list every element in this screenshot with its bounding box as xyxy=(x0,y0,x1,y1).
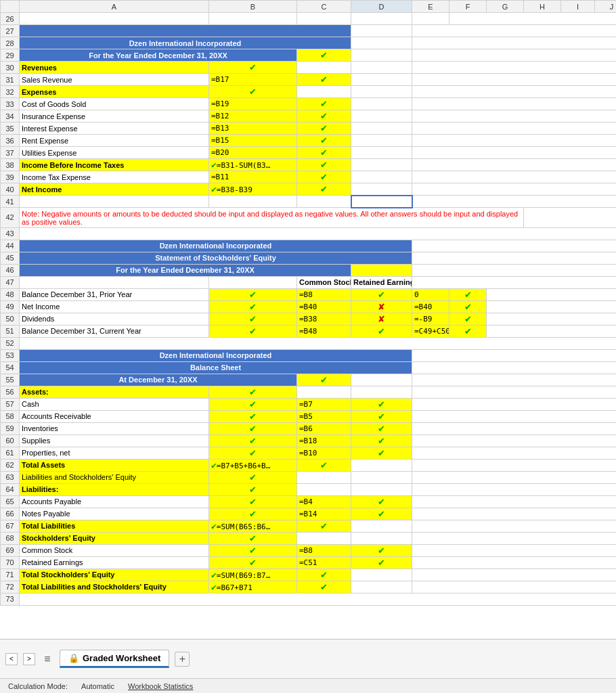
cell-48-check-b[interactable]: ✔ xyxy=(209,288,297,300)
cell-59-label[interactable]: Inventories xyxy=(20,422,209,434)
cell-34-label[interactable]: Insurance Expense xyxy=(20,110,209,122)
col-header-h[interactable]: H xyxy=(524,1,561,13)
tab-nav-prev[interactable]: < xyxy=(5,653,18,665)
cell-29-label[interactable]: For the Year Ended December 31, 20XX xyxy=(20,49,297,62)
cell-57-label[interactable]: Cash xyxy=(20,398,209,410)
cell-26-e[interactable] xyxy=(412,13,449,25)
cell-31-label[interactable]: Sales Revenue xyxy=(20,74,209,86)
cell-51-check-c[interactable]: ✔ xyxy=(351,325,412,337)
cell-31-check[interactable]: ✔ xyxy=(297,74,351,86)
cell-51-c[interactable]: =B48 xyxy=(297,325,351,337)
cell-30-check-b[interactable]: ✔ xyxy=(209,62,297,74)
cell-31-formula[interactable]: =B17 xyxy=(209,74,297,86)
cell-66-formula[interactable]: =B14 xyxy=(297,508,351,520)
cell-48-label[interactable]: Balance December 31, Prior Year xyxy=(20,288,209,300)
col-header-c[interactable]: C xyxy=(297,1,351,13)
cell-70-check-c[interactable]: ✔ xyxy=(351,556,412,568)
cell-48-check-c[interactable]: ✔ xyxy=(351,288,412,300)
cell-35-check[interactable]: ✔ xyxy=(297,122,351,135)
cell-59-check-b[interactable]: ✔ xyxy=(209,422,297,434)
cell-33-formula[interactable]: =B19 xyxy=(209,98,297,110)
cell-72-label[interactable]: Total Liabilities and Stockholders' Equi… xyxy=(20,581,209,593)
cell-34-formula[interactable]: =B12 xyxy=(209,110,297,122)
cell-37-label[interactable]: Utilities Expense xyxy=(20,147,209,159)
cell-39-label[interactable]: Income Tax Expense xyxy=(20,171,209,183)
cell-33-check[interactable]: ✔ xyxy=(297,98,351,110)
cell-50-d[interactable]: =-B9 xyxy=(412,313,449,325)
cell-60-check-b[interactable]: ✔ xyxy=(209,434,297,447)
cell-70-check-b[interactable]: ✔ xyxy=(209,556,297,568)
tab-nav-next[interactable]: > xyxy=(23,653,35,665)
cell-36-label[interactable]: Rent Expense xyxy=(20,135,209,147)
cell-48-check-d[interactable]: ✔ xyxy=(449,288,487,300)
cell-56-check[interactable]: ✔ xyxy=(209,386,297,398)
cell-38-formula[interactable]: ✔=B31-SUM(B3… xyxy=(209,159,297,171)
cell-28-header[interactable]: Dzen International Incorporated xyxy=(20,37,351,49)
cell-35-label[interactable]: Interest Expense xyxy=(20,122,209,135)
cell-70-label[interactable]: Retained Earnings xyxy=(20,556,209,568)
cell-37-formula[interactable]: =B20 xyxy=(209,147,297,159)
cell-61-label[interactable]: Properties, net xyxy=(20,447,209,459)
cell-40-label[interactable]: Net Income xyxy=(20,183,209,196)
cell-51-d[interactable]: =C49+C50 xyxy=(412,325,449,337)
cell-61-check-b[interactable]: ✔ xyxy=(209,447,297,459)
cell-33-label[interactable]: Cost of Goods Sold xyxy=(20,98,209,110)
col-header-d[interactable]: D xyxy=(351,1,412,13)
cell-62-formula[interactable]: ✔=B7+B5+B6+B… xyxy=(209,459,297,471)
cell-35-formula[interactable]: =B13 xyxy=(209,122,297,135)
cell-50-check-d[interactable]: ✔ xyxy=(449,313,487,325)
cell-64-label[interactable]: Liabilities: xyxy=(20,483,209,495)
cell-51-check-d[interactable]: ✔ xyxy=(449,325,487,337)
cell-34-check[interactable]: ✔ xyxy=(297,110,351,122)
cell-36-check[interactable]: ✔ xyxy=(297,135,351,147)
cell-32-label[interactable]: Expenses xyxy=(20,86,209,98)
cell-49-check-b[interactable]: ✔ xyxy=(209,300,297,313)
cell-58-label[interactable]: Accounts Receivable xyxy=(20,410,209,422)
cell-66-label[interactable]: Notes Payable xyxy=(20,508,209,520)
cell-62-label[interactable]: Total Assets xyxy=(20,459,209,471)
cell-71-check[interactable]: ✔ xyxy=(297,568,351,581)
cell-39-formula[interactable]: =B11 xyxy=(209,171,297,183)
cell-68-label[interactable]: Stockholders' Equity xyxy=(20,532,209,544)
cell-60-check-c[interactable]: ✔ xyxy=(351,434,412,447)
cell-51-label[interactable]: Balance December 31, Current Year xyxy=(20,325,209,337)
cell-58-formula[interactable]: =B5 xyxy=(297,410,351,422)
cell-30-label[interactable]: Revenues xyxy=(20,62,209,74)
cell-49-check-d[interactable]: ✔ xyxy=(449,300,487,313)
cell-36-formula[interactable]: =B15 xyxy=(209,135,297,147)
cell-49-d[interactable]: =B40 xyxy=(412,300,449,313)
cell-26-a[interactable] xyxy=(20,13,209,25)
cell-71-label[interactable]: Total Stockholders' Equity xyxy=(20,568,209,581)
col-header-b[interactable]: B xyxy=(209,1,297,13)
cell-57-check-c[interactable]: ✔ xyxy=(351,398,412,410)
cell-54-header[interactable]: Balance Sheet xyxy=(20,361,412,374)
cell-60-formula[interactable]: =B18 xyxy=(297,434,351,447)
cell-65-check-c[interactable]: ✔ xyxy=(351,495,412,508)
cell-50-c[interactable]: =B38 xyxy=(297,313,351,325)
cell-49-label[interactable]: Net Income xyxy=(20,300,209,313)
cell-65-label[interactable]: Accounts Payable xyxy=(20,495,209,508)
cell-26-b[interactable] xyxy=(209,13,297,25)
cell-69-label[interactable]: Common Stock xyxy=(20,544,209,556)
cell-70-formula[interactable]: =C51 xyxy=(297,556,351,568)
cell-46-label[interactable]: For the Year Ended December 31, 20XX xyxy=(20,264,351,276)
cell-64-check[interactable]: ✔ xyxy=(209,483,297,495)
tab-add-button[interactable]: + xyxy=(175,652,190,667)
cell-38-check[interactable]: ✔ xyxy=(297,159,351,171)
cell-50-check-b[interactable]: ✔ xyxy=(209,313,297,325)
cell-50-label[interactable]: Dividends xyxy=(20,313,209,325)
tab-menu-button[interactable]: ≡ xyxy=(41,652,54,666)
cell-58-check-b[interactable]: ✔ xyxy=(209,410,297,422)
cell-51-check-b[interactable]: ✔ xyxy=(209,325,297,337)
cell-68-check[interactable]: ✔ xyxy=(209,532,297,544)
cell-44-header[interactable]: Dzen International Incorporated xyxy=(20,240,412,252)
cell-49-check-c[interactable]: ✘ xyxy=(351,300,412,313)
cell-45-header[interactable]: Statement of Stockholders' Equity xyxy=(20,252,412,264)
cell-57-check-b[interactable]: ✔ xyxy=(209,398,297,410)
cell-50-check-c[interactable]: ✘ xyxy=(351,313,412,325)
cell-37-check[interactable]: ✔ xyxy=(297,147,351,159)
cell-71-formula[interactable]: ✔=SUM(B69:B7… xyxy=(209,568,297,581)
cell-67-check[interactable]: ✔ xyxy=(297,520,351,532)
cell-66-check-b[interactable]: ✔ xyxy=(209,508,297,520)
cell-62-check[interactable]: ✔ xyxy=(297,459,351,471)
